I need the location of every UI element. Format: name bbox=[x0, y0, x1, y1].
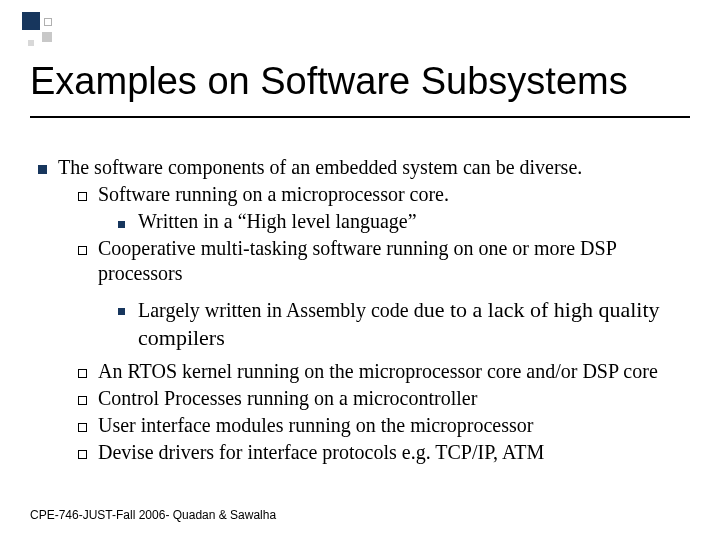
list-item: The software components of an embedded s… bbox=[38, 155, 700, 180]
bullet-small-square-icon bbox=[118, 296, 138, 321]
bullet-open-square-icon bbox=[78, 386, 98, 411]
list-text: An RTOS kernel running on the microproce… bbox=[98, 359, 700, 384]
list-item: Control Processes running on a microcont… bbox=[78, 386, 700, 411]
spacer bbox=[38, 288, 700, 296]
list-item: Devise drivers for interface protocols e… bbox=[78, 440, 700, 465]
slide-title: Examples on Software Subsystems bbox=[30, 60, 690, 103]
list-text: User interface modules running on the mi… bbox=[98, 413, 700, 438]
list-item: An RTOS kernel running on the microproce… bbox=[78, 359, 700, 384]
slide-body: The software components of an embedded s… bbox=[38, 155, 700, 467]
list-text: Devise drivers for interface protocols e… bbox=[98, 440, 700, 465]
list-item: Software running on a microprocessor cor… bbox=[78, 182, 700, 207]
list-item: Largely written in Assembly code due to … bbox=[118, 296, 700, 351]
list-text: Written in a “High level language” bbox=[138, 209, 700, 234]
list-text: Largely written in Assembly code due to … bbox=[138, 296, 700, 351]
title-underline bbox=[30, 116, 690, 118]
bullet-open-square-icon bbox=[78, 440, 98, 465]
bullet-filled-square-icon bbox=[38, 155, 58, 180]
bullet-open-square-icon bbox=[78, 413, 98, 438]
list-text: Cooperative multi-tasking software runni… bbox=[98, 236, 700, 286]
list-text: Software running on a microprocessor cor… bbox=[98, 182, 700, 207]
bullet-small-square-icon bbox=[118, 209, 138, 234]
list-item: User interface modules running on the mi… bbox=[78, 413, 700, 438]
list-text: Control Processes running on a microcont… bbox=[98, 386, 700, 411]
bullet-open-square-icon bbox=[78, 182, 98, 207]
slide: Examples on Software Subsystems The soft… bbox=[0, 0, 720, 540]
deco-square-icon bbox=[22, 12, 40, 30]
text-run: Largely written in Assembly code d bbox=[138, 299, 424, 321]
bullet-open-square-icon bbox=[78, 359, 98, 384]
deco-square-icon bbox=[42, 32, 52, 42]
deco-square-icon bbox=[44, 18, 52, 26]
slide-footer: CPE-746-JUST-Fall 2006- Quadan & Sawalha bbox=[30, 508, 276, 522]
deco-square-icon bbox=[28, 40, 34, 46]
bullet-open-square-icon bbox=[78, 236, 98, 261]
list-text: The software components of an embedded s… bbox=[58, 155, 700, 180]
list-item: Written in a “High level language” bbox=[118, 209, 700, 234]
list-item: Cooperative multi-tasking software runni… bbox=[78, 236, 700, 286]
